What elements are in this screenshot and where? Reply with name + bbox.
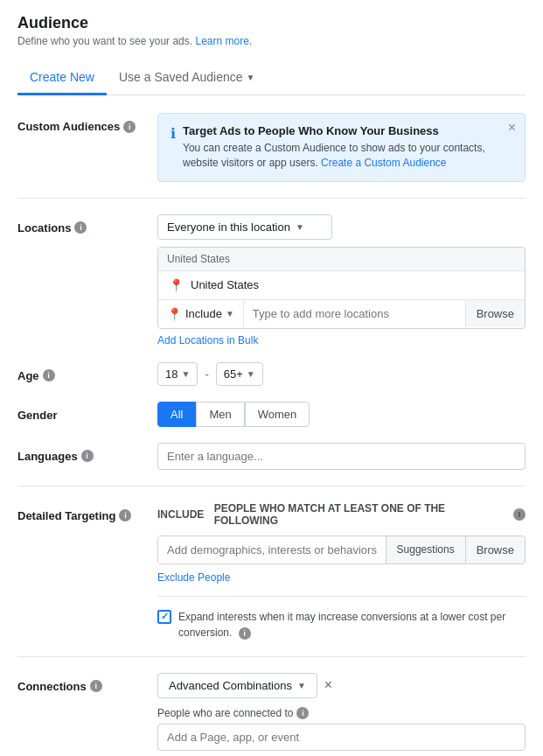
age-max-dropdown[interactable]: 65+ ▼ — [216, 362, 263, 386]
connected-to-label: People who are connected to i — [157, 707, 526, 719]
age-row: 18 ▼ - 65+ ▼ — [157, 362, 526, 386]
targeting-input[interactable] — [158, 536, 386, 564]
include-dropdown[interactable]: 📍 Include ▼ — [158, 300, 244, 328]
advanced-combinations-dropdown[interactable]: Advanced Combinations ▼ — [157, 673, 317, 698]
connections-content: Advanced Combinations ▼ × People who are… — [157, 673, 526, 756]
detailed-targeting-label: Detailed Targeting i — [17, 502, 157, 522]
gender-all-button[interactable]: All — [157, 402, 196, 427]
gender-label: Gender — [17, 402, 157, 422]
close-icon[interactable]: × — [324, 677, 332, 693]
checkmark-icon: ✓ — [161, 611, 169, 622]
location-box: United States 📍 United States 📍 Include … — [157, 247, 526, 329]
detailed-targeting-section: Detailed Targeting i INCLUDE people who … — [17, 502, 526, 640]
chevron-down-icon: ▼ — [247, 369, 255, 379]
languages-section: Languages i — [17, 443, 526, 470]
connections-section: Connections i Advanced Combinations ▼ × … — [17, 673, 526, 756]
detailed-targeting-content: INCLUDE people who match at least ONE of… — [157, 502, 526, 640]
custom-audiences-info-box: ℹ Target Ads to People Who Know Your Bus… — [157, 113, 526, 182]
chevron-down-icon: ▼ — [247, 73, 255, 82]
page-subtitle: Define who you want to see your ads. Lea… — [17, 35, 526, 47]
targeting-input-row: Suggestions Browse — [157, 536, 526, 564]
tab-use-saved[interactable]: Use a Saved Audience ▼ — [107, 61, 268, 95]
gender-section: Gender All Men Women — [17, 402, 526, 427]
location-browse-button[interactable]: Browse — [465, 300, 525, 327]
pin-icon: 📍 — [167, 307, 182, 321]
info-box-title: Target Ads to People Who Know Your Busin… — [183, 124, 512, 137]
learn-more-link[interactable]: Learn more. — [195, 35, 252, 47]
gender-men-button[interactable]: Men — [196, 402, 244, 427]
age-info-icon[interactable]: i — [43, 369, 55, 382]
location-header: United States — [158, 248, 525, 271]
custom-audiences-info-icon[interactable]: i — [123, 121, 136, 133]
expand-interests-checkbox[interactable]: ✓ — [157, 610, 171, 624]
chevron-down-icon: ▼ — [297, 681, 306, 690]
gender-button-group: All Men Women — [157, 402, 526, 427]
tabs: Create New Use a Saved Audience ▼ — [17, 61, 526, 95]
languages-content — [157, 443, 526, 470]
location-pin-icon: 📍 — [169, 278, 184, 292]
locations-label: Locations i — [17, 214, 157, 234]
connections-label: Connections i — [17, 673, 157, 693]
suggestions-button[interactable]: Suggestions — [386, 536, 465, 564]
location-item: 📍 United States — [158, 271, 525, 299]
locations-section: Locations i Everyone in this location ▼ … — [17, 214, 526, 346]
languages-label: Languages i — [17, 443, 157, 463]
expand-info-icon[interactable]: i — [239, 627, 251, 640]
location-type-dropdown[interactable]: Everyone in this location ▼ — [157, 214, 332, 240]
location-include-row: 📍 Include ▼ Browse — [158, 299, 525, 328]
page-header: Audience Define who you want to see your… — [17, 14, 526, 47]
create-custom-audience-link[interactable]: Create a Custom Audience — [321, 157, 446, 169]
custom-audiences-label: Custom Audiences i — [17, 113, 157, 133]
page-container: Audience Define who you want to see your… — [0, 0, 543, 756]
locations-info-icon[interactable]: i — [74, 221, 87, 234]
gender-content: All Men Women — [157, 402, 526, 427]
info-box-text: You can create a Custom Audience to show… — [183, 141, 512, 171]
age-min-dropdown[interactable]: 18 ▼ — [157, 362, 198, 386]
age-section: Age i 18 ▼ - 65+ ▼ — [17, 362, 526, 386]
custom-audiences-content: ℹ Target Ads to People Who Know Your Bus… — [157, 113, 526, 182]
connections-info-icon[interactable]: i — [90, 680, 102, 692]
age-label: Age i — [17, 362, 157, 382]
exclude-people-link[interactable]: Exclude People — [157, 571, 230, 584]
info-circle-icon: ℹ — [171, 125, 176, 171]
targeting-description: INCLUDE people who match at least ONE of… — [157, 502, 526, 527]
chevron-down-icon: ▼ — [181, 369, 190, 379]
chevron-down-icon: ▼ — [296, 222, 304, 232]
custom-audiences-section: Custom Audiences i ℹ Target Ads to Peopl… — [17, 113, 526, 182]
gender-women-button[interactable]: Women — [245, 402, 310, 427]
info-box-body: Target Ads to People Who Know Your Busin… — [183, 124, 512, 171]
page-title: Audience — [17, 14, 526, 32]
chevron-down-icon: ▼ — [226, 309, 234, 318]
connections-header: Advanced Combinations ▼ × — [157, 673, 526, 698]
expand-interests-text: Expand interests when it may increase co… — [178, 609, 526, 640]
detailed-targeting-info-icon[interactable]: i — [119, 509, 131, 522]
languages-info-icon[interactable]: i — [81, 450, 94, 462]
add-locations-bulk-link[interactable]: Add Locations in Bulk — [157, 334, 258, 346]
age-separator: - — [205, 368, 208, 381]
targeting-browse-button[interactable]: Browse — [465, 536, 525, 564]
close-icon[interactable]: × — [508, 121, 516, 135]
locations-content: Everyone in this location ▼ United State… — [157, 214, 526, 346]
expand-interests-row: ✓ Expand interests when it may increase … — [157, 596, 526, 640]
location-type-input[interactable] — [244, 300, 465, 327]
age-content: 18 ▼ - 65+ ▼ — [157, 362, 526, 386]
connected-to-input[interactable] — [157, 724, 526, 751]
connected-to-info-icon[interactable]: i — [296, 707, 309, 719]
targeting-desc-info-icon[interactable]: i — [513, 508, 526, 521]
language-input[interactable] — [157, 443, 526, 470]
location-scroll[interactable]: United States 📍 United States — [158, 248, 525, 299]
tab-create-new[interactable]: Create New — [17, 61, 107, 95]
